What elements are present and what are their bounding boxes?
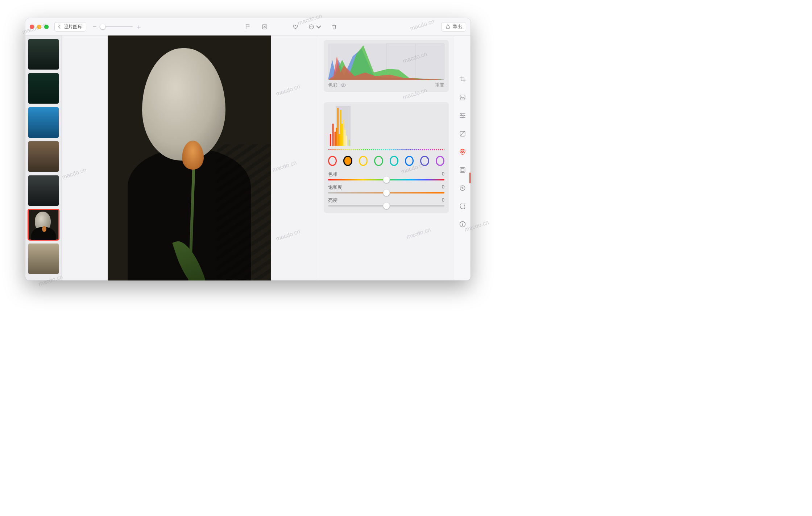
svg-rect-12 — [336, 128, 337, 146]
thumbnail[interactable] — [28, 39, 59, 70]
brightness-slider[interactable]: 亮度 0 — [328, 197, 444, 207]
vignette-tool[interactable] — [459, 166, 467, 174]
svg-point-79 — [442, 149, 443, 150]
crop-tool[interactable] — [459, 75, 467, 83]
color-adjust-card: 色相 0 饱和度 0 亮度 0 — [324, 102, 449, 213]
svg-point-57 — [398, 149, 399, 150]
svg-point-29 — [343, 149, 344, 150]
canvas — [62, 36, 317, 280]
histogram-reset-button[interactable]: 重置 — [435, 82, 444, 88]
svg-point-25 — [335, 149, 336, 150]
color-swatch[interactable] — [359, 156, 368, 166]
svg-point-70 — [424, 149, 425, 150]
thumbnail[interactable] — [28, 73, 59, 104]
thumbnail-selected[interactable] — [28, 209, 59, 240]
export-tool[interactable] — [459, 202, 467, 210]
slider-label: 亮度 — [328, 197, 337, 204]
svg-point-48 — [381, 149, 382, 150]
thumbnail[interactable] — [28, 175, 59, 206]
svg-rect-14 — [339, 134, 340, 146]
info-tool[interactable] — [459, 220, 467, 228]
zoom-out-button[interactable]: − — [92, 23, 97, 30]
svg-point-78 — [440, 149, 441, 150]
svg-point-27 — [339, 149, 340, 150]
export-button[interactable]: 导出 — [441, 22, 466, 32]
color-tool[interactable] — [459, 148, 467, 156]
minimize-window-button[interactable] — [37, 25, 41, 29]
toolbar: 照片图库 − ＋ — [25, 18, 471, 36]
svg-point-45 — [375, 149, 376, 150]
close-window-button[interactable] — [30, 25, 34, 29]
svg-point-34 — [353, 149, 354, 150]
color-swatch[interactable] — [390, 156, 398, 166]
color-swatch[interactable] — [405, 156, 414, 166]
delete-button[interactable] — [330, 22, 339, 32]
svg-point-26 — [337, 149, 339, 150]
svg-rect-91 — [460, 204, 465, 208]
thumbnail[interactable] — [28, 107, 59, 138]
favorite-button[interactable] — [291, 22, 301, 32]
svg-rect-11 — [335, 132, 336, 146]
svg-point-52 — [389, 149, 390, 150]
reject-button[interactable] — [260, 22, 269, 32]
zoom-in-button[interactable]: ＋ — [136, 22, 141, 31]
svg-rect-17 — [343, 120, 344, 146]
histogram-card: 色彩 重置 — [324, 40, 449, 92]
svg-point-46 — [377, 149, 378, 150]
zoom-slider[interactable] — [100, 26, 133, 27]
color-swatch[interactable] — [436, 156, 444, 166]
svg-point-44 — [373, 149, 374, 150]
svg-point-41 — [367, 149, 368, 150]
svg-point-69 — [422, 149, 423, 150]
zoom-thumb[interactable] — [100, 24, 105, 29]
curves-tool[interactable] — [459, 130, 467, 138]
slider-label: 色相 — [328, 171, 337, 178]
color-swatch[interactable] — [328, 156, 337, 166]
slider-value: 0 — [442, 184, 444, 191]
export-label: 导出 — [453, 24, 462, 30]
slider-value: 0 — [442, 197, 444, 204]
active-tool-indicator — [469, 172, 471, 183]
svg-point-39 — [363, 149, 364, 150]
svg-point-31 — [347, 149, 348, 150]
svg-point-35 — [355, 149, 356, 150]
slider-thumb[interactable] — [383, 190, 390, 196]
slider-thumb[interactable] — [383, 203, 390, 209]
toolbar-center — [243, 22, 339, 32]
edit-panel: 色彩 重置 — [317, 36, 454, 280]
color-swatch[interactable] — [343, 156, 352, 166]
filters-tool[interactable] — [459, 93, 467, 101]
svg-point-4 — [312, 26, 312, 27]
thumbnail[interactable] — [28, 244, 59, 274]
saturation-slider[interactable]: 饱和度 0 — [328, 184, 444, 194]
svg-point-76 — [436, 149, 437, 150]
slider-thumb[interactable] — [383, 176, 390, 183]
svg-rect-15 — [340, 110, 341, 146]
history-tool[interactable] — [459, 184, 467, 192]
share-icon — [445, 24, 451, 29]
more-menu-button[interactable] — [308, 22, 322, 32]
svg-point-82 — [461, 113, 462, 114]
svg-rect-18 — [344, 130, 346, 146]
svg-point-47 — [379, 149, 380, 150]
photo-preview[interactable] — [108, 36, 271, 280]
svg-point-33 — [351, 149, 352, 150]
thumbnail[interactable] — [28, 141, 59, 172]
hue-slider[interactable]: 色相 0 — [328, 171, 444, 180]
color-swatch[interactable] — [420, 156, 429, 166]
visibility-icon[interactable] — [340, 82, 346, 88]
color-swatch[interactable] — [374, 156, 383, 166]
svg-point-64 — [412, 149, 413, 150]
adjust-tool[interactable] — [459, 112, 467, 120]
svg-rect-16 — [341, 124, 343, 146]
svg-point-66 — [416, 149, 417, 150]
svg-point-40 — [365, 149, 366, 150]
back-to-library-button[interactable]: 照片图库 — [54, 22, 86, 32]
svg-point-3 — [311, 26, 312, 27]
svg-point-32 — [349, 149, 350, 150]
svg-point-93 — [462, 223, 463, 224]
back-label: 照片图库 — [63, 24, 82, 30]
histogram-label: 色彩 — [328, 82, 337, 88]
flag-button[interactable] — [243, 22, 253, 32]
fullscreen-window-button[interactable] — [44, 25, 49, 29]
